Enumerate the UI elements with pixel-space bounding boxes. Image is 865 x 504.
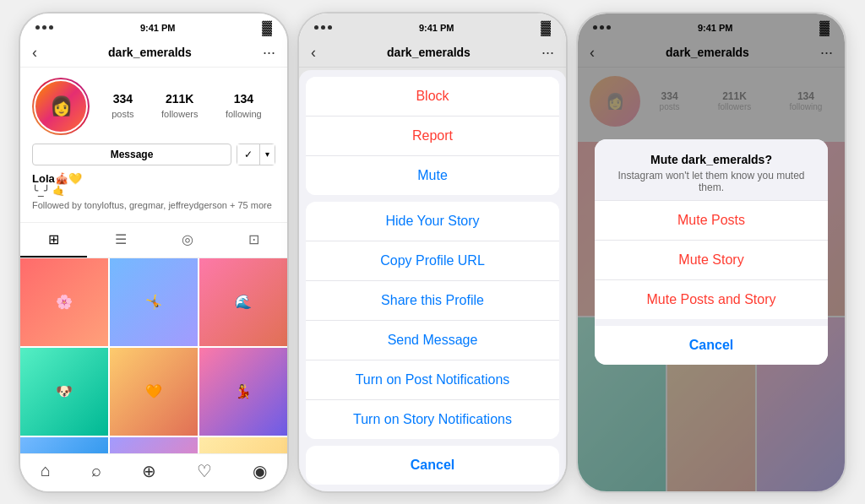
back-button[interactable]: ‹ bbox=[32, 44, 37, 62]
action-buttons: Message ✓ ▾ bbox=[32, 144, 275, 165]
person-icon: ⊡ bbox=[248, 231, 259, 247]
search-nav-icon[interactable]: ⌕ bbox=[91, 461, 101, 480]
profile-header: 👩 334 posts 211K followers 134 following bbox=[20, 68, 287, 222]
mute-dialog-overlay: Mute dark_emeralds? Instagram won't let … bbox=[578, 14, 845, 491]
phone-1: 9:41 PM ▓ ‹ dark_emeralds ··· 👩 334 post… bbox=[19, 12, 289, 493]
bio-text: ╰_╯ 🤙 bbox=[32, 185, 275, 197]
photo-cell-4[interactable]: 🐶 bbox=[20, 348, 108, 436]
more-button[interactable]: ··· bbox=[263, 44, 275, 62]
tab-person[interactable]: ⊡ bbox=[220, 223, 287, 257]
action-sheet-overlay: Block Report Mute Hide Your Story Copy P… bbox=[299, 14, 566, 491]
status-icons: ▓ bbox=[262, 20, 272, 35]
tab-tag[interactable]: ◎ bbox=[154, 223, 220, 257]
mute-dialog: Mute dark_emeralds? Instagram won't let … bbox=[595, 139, 828, 365]
send-message-button[interactable]: Send Message bbox=[306, 321, 559, 360]
action-sheet-group-1: Block Report Mute bbox=[306, 77, 559, 195]
signal-dots bbox=[35, 25, 53, 30]
mute-cancel-button[interactable]: Cancel bbox=[595, 326, 828, 365]
status-time: 9:41 PM bbox=[140, 23, 176, 33]
action-sheet: Block Report Mute Hide Your Story Copy P… bbox=[299, 70, 566, 491]
action-cancel-button[interactable]: Cancel bbox=[306, 446, 559, 485]
avatar-ring: 👩 bbox=[32, 78, 90, 135]
followed-by: Followed by tonyloftus, gregmar, jeffrey… bbox=[32, 200, 275, 210]
report-button[interactable]: Report bbox=[306, 117, 559, 156]
heart-nav-icon[interactable]: ♡ bbox=[197, 461, 212, 481]
dot-1 bbox=[35, 25, 40, 30]
posts-stat: 334 posts bbox=[112, 92, 133, 121]
grid-icon: ⊞ bbox=[48, 231, 59, 247]
phone-2: 9:41 PM ▓ ‹ dark_emeralds ··· 👩 334posts… bbox=[297, 12, 568, 493]
photo-cell-2[interactable]: 🤸 bbox=[110, 258, 198, 346]
nav-bar-1: ‹ dark_emeralds ··· bbox=[20, 39, 287, 68]
dot-2 bbox=[42, 25, 46, 30]
phone-3: 9:41 PM ▓ ‹ dark_emeralds ··· 👩 334posts… bbox=[576, 12, 846, 493]
status-bar-1: 9:41 PM ▓ bbox=[20, 14, 287, 39]
tab-list[interactable]: ☰ bbox=[87, 223, 154, 257]
hide-story-button[interactable]: Hide Your Story bbox=[306, 202, 559, 241]
message-button[interactable]: Message bbox=[32, 144, 231, 165]
photo-grid: 🌸 🤸 🌊 🐶 🧡 💃 😎 🌷 ✨ bbox=[20, 258, 287, 453]
story-notifications-button[interactable]: Turn on Story Notifications bbox=[306, 400, 559, 439]
mute-dialog-header: Mute dark_emeralds? Instagram won't let … bbox=[595, 139, 828, 201]
bottom-nav: ⌂ ⌕ ⊕ ♡ ◉ bbox=[20, 453, 287, 491]
mute-posts-story-button[interactable]: Mute Posts and Story bbox=[595, 280, 828, 319]
list-icon: ☰ bbox=[115, 231, 127, 247]
stats-container: 334 posts 211K followers 134 following bbox=[98, 92, 275, 121]
mute-title: Mute dark_emeralds? bbox=[608, 153, 814, 166]
follow-chevron-button[interactable]: ▾ bbox=[259, 144, 275, 165]
photo-cell-5[interactable]: 🧡 bbox=[110, 348, 198, 436]
share-profile-button[interactable]: Share this Profile bbox=[306, 281, 559, 321]
photo-cell-8[interactable]: 🌷 bbox=[110, 437, 198, 453]
follow-check-button[interactable]: ✓ bbox=[237, 144, 259, 165]
mute-options-group: Mute Posts Mute Story Mute Posts and Sto… bbox=[595, 201, 828, 319]
profile-tabs: ⊞ ☰ ◎ ⊡ bbox=[20, 222, 287, 258]
bio-name: Lola🎪💛 bbox=[32, 172, 275, 185]
mute-button[interactable]: Mute bbox=[306, 156, 559, 195]
post-notifications-button[interactable]: Turn on Post Notifications bbox=[306, 360, 559, 400]
photo-cell-7[interactable]: 😎 bbox=[20, 437, 108, 453]
follow-dropdown: ✓ ▾ bbox=[237, 144, 275, 165]
followers-stat: 211K followers bbox=[161, 92, 198, 121]
mute-subtitle: Instagram won't let them know you muted … bbox=[608, 170, 814, 193]
tab-grid[interactable]: ⊞ bbox=[20, 223, 87, 257]
photo-cell-1[interactable]: 🌸 bbox=[20, 258, 108, 346]
block-button[interactable]: Block bbox=[306, 77, 559, 117]
copy-url-button[interactable]: Copy Profile URL bbox=[306, 241, 559, 281]
tag-icon: ◎ bbox=[182, 231, 193, 247]
profile-content: 👩 334 posts 211K followers 134 following bbox=[20, 68, 287, 453]
photo-cell-9[interactable]: ✨ bbox=[199, 437, 287, 453]
profile-bio: Lola🎪💛 ╰_╯ 🤙 Followed by tonyloftus, gre… bbox=[32, 172, 275, 215]
username-title: dark_emeralds bbox=[108, 46, 192, 59]
profile-stats-row: 👩 334 posts 211K followers 134 following bbox=[32, 78, 275, 135]
dot-3 bbox=[49, 25, 53, 30]
photo-cell-6[interactable]: 💃 bbox=[199, 348, 287, 436]
mute-posts-button[interactable]: Mute Posts bbox=[595, 201, 828, 241]
following-stat: 134 following bbox=[226, 92, 262, 121]
battery-icon: ▓ bbox=[262, 20, 272, 35]
avatar: 👩 bbox=[34, 79, 88, 133]
home-nav-icon[interactable]: ⌂ bbox=[41, 461, 51, 480]
photo-cell-3[interactable]: 🌊 bbox=[199, 258, 287, 346]
profile-nav-icon[interactable]: ◉ bbox=[253, 461, 267, 481]
action-sheet-group-2: Hide Your Story Copy Profile URL Share t… bbox=[306, 202, 559, 439]
add-nav-icon[interactable]: ⊕ bbox=[142, 461, 156, 481]
mute-story-button[interactable]: Mute Story bbox=[595, 241, 828, 280]
